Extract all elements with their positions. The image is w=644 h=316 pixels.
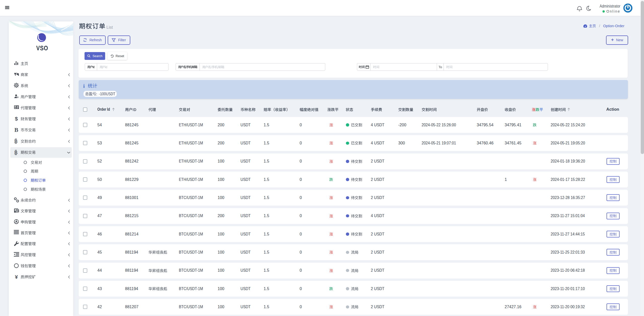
svg-text:¥: ¥ — [15, 274, 18, 280]
svg-text:B: B — [14, 150, 18, 155]
svg-text:B: B — [14, 139, 18, 144]
svg-text:B: B — [14, 127, 18, 133]
svg-text:$: $ — [15, 116, 18, 122]
